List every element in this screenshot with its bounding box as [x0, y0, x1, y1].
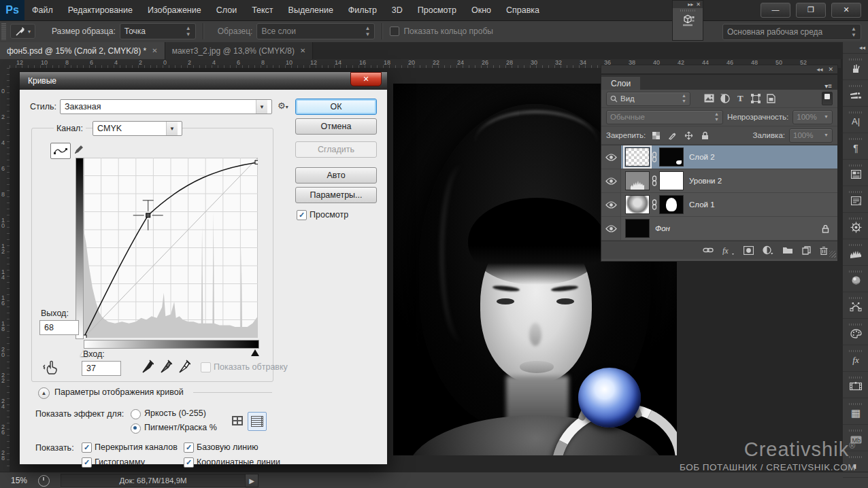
type-filter-icon[interactable]: T: [736, 94, 745, 103]
mini-panel-collapse-icon[interactable]: ▸▸: [688, 1, 693, 7]
info-panel-icon[interactable]: [843, 160, 868, 186]
dialog-close-button[interactable]: ✕: [350, 72, 382, 86]
swatches-panel-icon[interactable]: [843, 319, 868, 345]
layer-mask-thumbnail[interactable]: [659, 171, 684, 190]
style-select[interactable]: Заказная▼: [60, 99, 272, 114]
lock-transparency-icon[interactable]: [650, 130, 662, 141]
paths-panel-icon[interactable]: [843, 292, 868, 319]
minimize-button[interactable]: —: [761, 3, 790, 18]
menu-11[interactable]: Справка: [499, 0, 547, 20]
blend-mode-select[interactable]: Обычные▲▼: [606, 110, 723, 124]
menu-6[interactable]: Выделение: [281, 0, 341, 20]
light-radio[interactable]: [131, 409, 141, 419]
status-arrow-button[interactable]: ▶: [246, 474, 258, 487]
preview-checkbox[interactable]: ✓: [297, 210, 307, 220]
close-button[interactable]: ✕: [831, 3, 861, 18]
collapse-panels-icon[interactable]: ◂◂: [816, 66, 822, 73]
edit-points-curve-button[interactable]: [50, 143, 71, 159]
tool-presets-panel-icon[interactable]: [843, 54, 868, 80]
panel-resize-grip[interactable]: [829, 251, 836, 258]
workspace-select[interactable]: Основная рабочая среда▲▼: [722, 24, 861, 40]
pixel-filter-icon[interactable]: [704, 94, 714, 103]
mask-link-icon[interactable]: [650, 175, 659, 186]
draw-curve-pencil-icon[interactable]: [73, 144, 84, 155]
curve-point-start[interactable]: [84, 335, 86, 338]
auto-button[interactable]: Авто: [295, 167, 377, 184]
menu-3[interactable]: Изображение: [140, 0, 209, 20]
histogram-panel-icon[interactable]: [843, 239, 868, 266]
navigator-panel-icon[interactable]: [843, 213, 868, 239]
cancel-button[interactable]: Отмена: [295, 118, 377, 135]
intersection-checkbox[interactable]: ✓: [184, 457, 194, 468]
menu-10[interactable]: Окно: [464, 0, 499, 20]
options-grip[interactable]: [1, 22, 6, 40]
lock-position-icon[interactable]: [682, 130, 695, 141]
3d-material-panel-icon[interactable]: [843, 266, 868, 292]
menu-1[interactable]: Файл: [24, 0, 61, 20]
layer-row-слой-1[interactable]: Слой 1: [601, 193, 837, 217]
document-tab-2[interactable]: макет3_2.jpg @ 13,8% (CMYK/8)✕: [165, 42, 314, 59]
maximize-button[interactable]: ❐: [796, 3, 826, 18]
eyedropper-tool-button[interactable]: ▾: [10, 24, 35, 39]
lock-pixels-brush-icon[interactable]: [666, 130, 678, 141]
layer-thumbnail[interactable]: [625, 195, 650, 214]
menu-5[interactable]: Текст: [244, 0, 280, 20]
collapse-dock-icon[interactable]: ◂◂: [859, 44, 865, 51]
curves-plot[interactable]: [84, 158, 258, 338]
layer-visibility-eye-icon[interactable]: [601, 217, 621, 240]
brush-presets-panel-icon[interactable]: [843, 80, 868, 107]
ring-checkbox[interactable]: [390, 25, 403, 37]
curves-graph[interactable]: [84, 158, 258, 338]
curve-point-end[interactable]: [255, 160, 258, 164]
smart-object-filter-icon[interactable]: [767, 94, 775, 103]
zoom-level-field[interactable]: 15%: [11, 476, 38, 485]
layer-visibility-eye-icon[interactable]: [601, 145, 621, 169]
options-button[interactable]: Параметры...: [295, 187, 377, 203]
menu-4[interactable]: Слои: [209, 0, 244, 20]
layer-row-слой-2[interactable]: Слой 2: [601, 145, 837, 169]
channels-panel-icon[interactable]: ▦: [843, 398, 868, 425]
tab-close-icon[interactable]: ✕: [152, 47, 157, 54]
gray-point-eyedropper-icon[interactable]: [160, 358, 172, 374]
layer-visibility-eye-icon[interactable]: [601, 169, 621, 192]
black-point-slider[interactable]: [251, 349, 259, 356]
styles-panel-icon[interactable]: fx: [843, 345, 868, 372]
fill-select[interactable]: 100%▼: [789, 128, 833, 143]
mask-link-icon[interactable]: [650, 199, 659, 210]
sample-scope-select[interactable]: Все слои▲▼: [256, 23, 375, 39]
close-panel-icon[interactable]: ✕: [828, 66, 833, 73]
histogram-checkbox[interactable]: ✓: [82, 457, 92, 468]
simple-grid-button[interactable]: [230, 413, 245, 428]
document-size-info[interactable]: Док: 68,7M/184,9M: [61, 474, 246, 487]
layer-row-уровни-2[interactable]: Уровни 2: [601, 169, 837, 193]
measurement-log-panel-icon[interactable]: Mb: [843, 425, 868, 451]
collapse-section-icon[interactable]: ▲: [38, 387, 50, 399]
layer-thumbnail[interactable]: [625, 171, 650, 190]
paragraph-panel-icon[interactable]: ¶: [843, 133, 868, 160]
menu-7[interactable]: Фильтр: [341, 0, 384, 20]
mini-panel-close-icon[interactable]: ✕: [696, 1, 701, 7]
timeline-panel-icon[interactable]: [843, 372, 868, 398]
new-layer-icon[interactable]: [802, 246, 811, 255]
baseline-checkbox[interactable]: ✓: [184, 442, 194, 453]
layer-thumbnail[interactable]: [625, 219, 650, 238]
tab-close-icon[interactable]: ✕: [300, 47, 305, 54]
notes-panel-icon[interactable]: [843, 186, 868, 213]
shape-filter-icon[interactable]: [751, 94, 761, 103]
layer-style-fx-icon[interactable]: fx: [722, 246, 735, 255]
white-point-eyedropper-icon[interactable]: [178, 358, 190, 374]
layer-mask-thumbnail[interactable]: [659, 147, 684, 167]
detailed-grid-button[interactable]: [248, 412, 267, 431]
new-group-icon[interactable]: [782, 246, 793, 254]
panel-menu-icon[interactable]: ▾≡: [824, 82, 837, 90]
lock-all-icon[interactable]: [699, 130, 711, 141]
channel-select[interactable]: CMYK▼: [93, 121, 182, 136]
gear-icon[interactable]: ⚙▾: [278, 101, 288, 111]
layer-mask-thumbnail[interactable]: [659, 195, 684, 214]
output-field[interactable]: 68: [39, 320, 79, 335]
character-panel-icon[interactable]: A|: [843, 107, 868, 133]
black-point-eyedropper-icon[interactable]: [141, 358, 154, 374]
new-adjustment-layer-icon[interactable]: [763, 245, 773, 255]
opacity-select[interactable]: 100%▼: [792, 110, 833, 124]
layer-filter-select[interactable]: Вид▲▼: [606, 92, 690, 106]
